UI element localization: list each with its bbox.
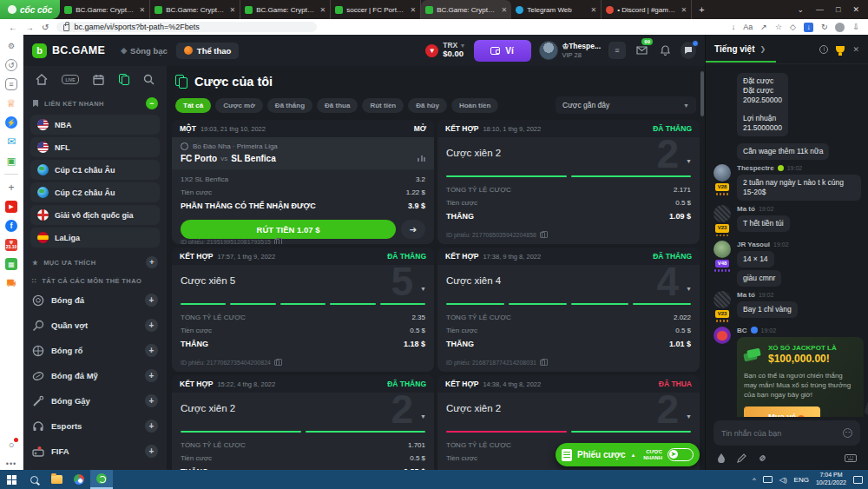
chat-messages[interactable]: Đặt cược Đặt cược 2092.50000 Lợi nhuận 2… bbox=[706, 64, 868, 417]
network-icon[interactable] bbox=[763, 476, 773, 483]
chevron-right-icon[interactable]: ❯ bbox=[760, 45, 766, 53]
volume-icon[interactable]: ◁) bbox=[779, 476, 787, 484]
bet-card-single[interactable]: MỘT 19:03, 21 thg 10, 2022 MỞ Bồ Đào Nha… bbox=[172, 120, 434, 244]
mail-button[interactable]: 99 bbox=[634, 43, 649, 58]
add-shortcut-icon[interactable]: + bbox=[5, 182, 17, 194]
home-icon[interactable] bbox=[36, 74, 48, 85]
sale-badge-icon[interactable]: ⛨23.10 bbox=[5, 239, 17, 251]
bc-mascot-avatar[interactable] bbox=[713, 327, 731, 344]
reading-list-icon[interactable]: ≡ bbox=[5, 78, 17, 90]
filter-open[interactable]: Cược mở bbox=[215, 98, 263, 113]
sidebar-item-american-football[interactable]: Bóng đá Mỹ+ bbox=[23, 363, 167, 388]
system-clock[interactable]: 7:04 PM 10/21/2022 bbox=[816, 472, 846, 487]
chat-username[interactable]: Thespectre bbox=[737, 164, 774, 172]
tab-close-icon[interactable]: ✕ bbox=[411, 6, 417, 14]
collapse-quick-links-button[interactable]: − bbox=[146, 97, 158, 109]
avatar[interactable] bbox=[713, 291, 731, 308]
coccoc-taskbar-icon[interactable] bbox=[90, 470, 113, 489]
sidebar-item-europa-league[interactable]: Cúp C2 châu Âu bbox=[30, 182, 160, 202]
avatar[interactable] bbox=[713, 164, 731, 182]
chat-language-tab[interactable]: Tiếng việt bbox=[714, 44, 755, 54]
bookmark-star-icon[interactable]: ☆ bbox=[775, 23, 782, 31]
tab-bcgame-1[interactable]: BC.Game: Crypto Casino✕ bbox=[60, 0, 150, 19]
sidebar-item-cricket[interactable]: Bóng Gậy+ bbox=[23, 388, 167, 413]
extension-icon[interactable]: ↓ bbox=[804, 23, 813, 32]
tab-close-icon[interactable]: ✕ bbox=[320, 6, 326, 14]
downloads-icon[interactable]: ⇩ bbox=[852, 23, 859, 31]
forward-button[interactable]: → bbox=[25, 23, 34, 32]
maximize-button[interactable]: □ bbox=[836, 5, 840, 14]
coccoc-logo[interactable]: cốc cốc bbox=[0, 0, 60, 19]
taskbar-search-icon[interactable] bbox=[23, 470, 45, 489]
chat-toggle-button[interactable] bbox=[681, 43, 696, 58]
notifications-bell-icon[interactable]: ○ bbox=[5, 439, 17, 451]
sidebar-item-fifa[interactable]: FIFA+ bbox=[23, 439, 167, 464]
chat-username[interactable]: Ma tố bbox=[737, 205, 755, 213]
shield-icon[interactable]: ◇ bbox=[790, 23, 796, 31]
tab-bcgame-3[interactable]: BC.Game: Crypto Casino✕ bbox=[240, 0, 331, 19]
tab-close-icon[interactable]: ✕ bbox=[681, 6, 687, 14]
expand-plus-button[interactable]: + bbox=[145, 445, 158, 458]
expand-plus-button[interactable]: + bbox=[145, 394, 158, 407]
balance-selector[interactable]: ▼ TRX ▼ $0.00 bbox=[425, 42, 465, 60]
tab-close-icon[interactable]: ✕ bbox=[230, 6, 236, 14]
filter-all[interactable]: Tất cả bbox=[175, 98, 211, 113]
tab-close-icon[interactable]: ✕ bbox=[140, 6, 146, 14]
sidebar-item-tennis[interactable]: Quần vợt+ bbox=[23, 313, 167, 338]
emoji-icon[interactable] bbox=[843, 428, 852, 438]
expand-chevron-icon[interactable]: ▼ bbox=[420, 286, 426, 292]
sidebar-item-laliga[interactable]: LaLiga bbox=[30, 228, 160, 248]
calendar-icon[interactable] bbox=[93, 74, 104, 85]
file-explorer-icon[interactable] bbox=[45, 470, 68, 489]
tab-discord[interactable]: • Discord | #games |✕ bbox=[602, 0, 692, 19]
sidebar-item-basketball[interactable]: Bóng rổ+ bbox=[23, 338, 167, 363]
jackpot-promo-card[interactable]: XỔ SỐ JACKPOT LÀ $100,000.00! Bạn có thể… bbox=[737, 337, 864, 417]
expand-plus-button[interactable]: + bbox=[145, 420, 158, 433]
wallet-button[interactable]: Ví bbox=[474, 40, 531, 62]
chat-username[interactable]: Ma tố bbox=[737, 291, 755, 299]
copy-icon[interactable] bbox=[540, 360, 545, 366]
more-icon[interactable]: ••• bbox=[5, 458, 17, 470]
gamepad-icon[interactable]: ▣ bbox=[5, 155, 17, 167]
link-icon[interactable] bbox=[758, 453, 767, 463]
search-icon[interactable] bbox=[143, 74, 155, 85]
bet-card-combo[interactable]: KẾT HỢP 17:57, 1 thg 9, 2022 ĐÃ THẮNG Cư… bbox=[172, 248, 434, 372]
bet-list-button[interactable]: ≡ bbox=[608, 42, 626, 59]
match-info[interactable]: Bồ Đào Nha · Primeira Liga FC Porto vs S… bbox=[172, 137, 434, 169]
sidebar-item-champions-league[interactable]: Cúp C1 châu Âu bbox=[30, 160, 160, 180]
filter-cancelled[interactable]: Đã hủy bbox=[408, 98, 447, 113]
gift-icon[interactable]: ▦ bbox=[5, 258, 17, 270]
copy-icon[interactable] bbox=[274, 360, 279, 366]
action-center-icon[interactable] bbox=[853, 476, 863, 484]
settings-gear-icon[interactable]: ⚙ bbox=[5, 40, 17, 52]
notifications-button[interactable] bbox=[657, 43, 673, 58]
share-icon[interactable]: ↗ bbox=[760, 23, 767, 31]
chat-username[interactable]: BC bbox=[737, 327, 747, 334]
tab-bcgame-2[interactable]: BC.Game: Crypto Casino✕ bbox=[150, 0, 240, 19]
tab-bcgame-active[interactable]: BC.Game: Crypto Casino✕ bbox=[421, 0, 511, 19]
rain-tip-icon[interactable] bbox=[717, 453, 726, 463]
chat-close-icon[interactable]: ✕ bbox=[852, 45, 859, 54]
tab-telegram[interactable]: Telegram Web✕ bbox=[511, 0, 602, 19]
translate-icon[interactable]: Aa bbox=[743, 23, 753, 31]
youtube-icon[interactable]: ▶ bbox=[5, 201, 17, 213]
add-favorite-button[interactable]: + bbox=[146, 256, 158, 268]
reload-button[interactable]: ↺ bbox=[42, 23, 49, 32]
close-window-button[interactable]: ✕ bbox=[852, 5, 859, 14]
filter-lost[interactable]: Đã thua bbox=[317, 98, 358, 113]
url-field[interactable]: bc.game/vi/sports?bt-path=%2Fbets bbox=[56, 22, 317, 32]
bet-card-combo[interactable]: KẾT HỢP 17:38, 9 thg 8, 2022 ĐÃ THẮNG Cư… bbox=[437, 248, 700, 372]
filter-cashout[interactable]: Rút tiền bbox=[362, 98, 404, 113]
quick-bet-toggle[interactable]: ➤ bbox=[667, 448, 694, 461]
expand-chevron-icon[interactable]: ▼ bbox=[686, 286, 692, 292]
keyboard-icon[interactable] bbox=[845, 454, 857, 462]
bcgame-logo[interactable]: b BC.GAME bbox=[32, 43, 105, 58]
bet-card-combo[interactable]: KẾT HỢP 18:10, 1 thg 9, 2022 ĐÃ THẮNG Cư… bbox=[437, 120, 700, 244]
expand-plus-button[interactable]: + bbox=[145, 369, 158, 382]
sort-dropdown[interactable]: Cược gần đây▼ bbox=[556, 96, 696, 114]
expand-plus-button[interactable]: + bbox=[145, 319, 158, 332]
expand-chevron-icon[interactable]: ▼ bbox=[686, 158, 692, 164]
facebook-icon[interactable]: f bbox=[5, 220, 17, 232]
messenger-icon[interactable]: ⚡ bbox=[5, 116, 17, 129]
tab-close-icon[interactable]: ✕ bbox=[502, 6, 508, 14]
